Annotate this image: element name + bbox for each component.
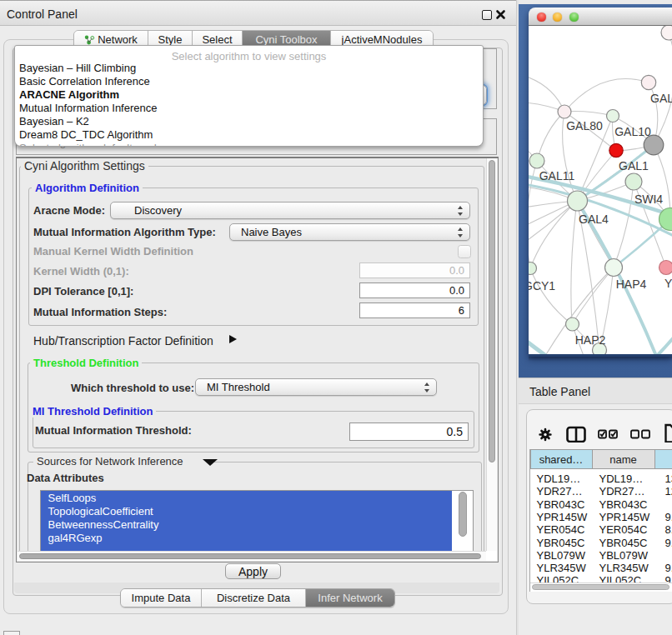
svg-text:GAL1: GAL1 — [619, 159, 649, 172]
svg-text:GAL7: GAL7 — [650, 92, 672, 105]
svg-text:HAP4: HAP4 — [616, 278, 647, 291]
svg-text:GAL4: GAL4 — [579, 212, 609, 226]
svg-text:SWI4: SWI4 — [634, 192, 663, 206]
svg-text:GAL10: GAL10 — [614, 125, 651, 138]
svg-text:GAL80: GAL80 — [566, 119, 603, 132]
svg-text:GAL11: GAL11 — [539, 169, 575, 182]
svg-text:HAP2: HAP2 — [575, 333, 606, 347]
svg-text:YM: YM — [664, 277, 672, 290]
svg-text:GCY1: GCY1 — [529, 279, 555, 292]
